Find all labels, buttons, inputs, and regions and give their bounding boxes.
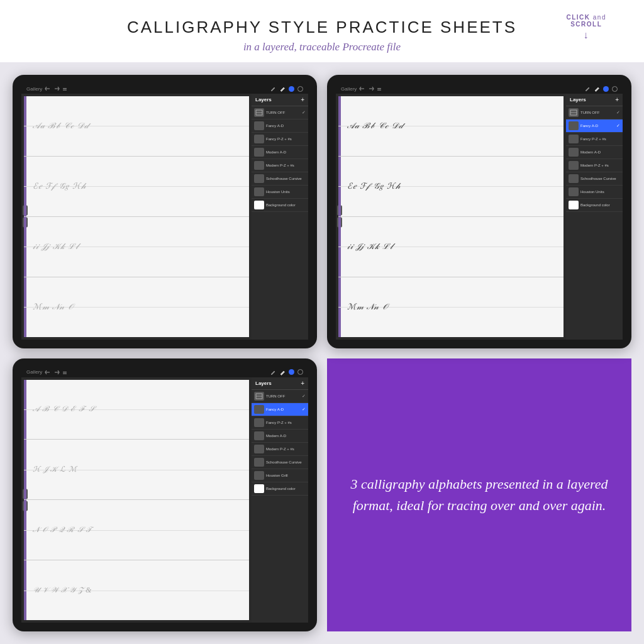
- layer-check-3-0: ✓: [302, 394, 306, 399]
- layer-item-1-0[interactable]: TURN OFF ✓: [252, 106, 308, 119]
- layer-thumb-2-5: [569, 174, 579, 183]
- purple-info-box: 3 calligraphy alphabets presented in a l…: [327, 358, 631, 632]
- layer-item-3-2[interactable]: Fancy P-Z + #s: [252, 416, 308, 430]
- layers-header-2: Layers +: [566, 94, 623, 106]
- color-outline-1: [297, 86, 303, 92]
- layer-item-2-0[interactable]: TURN OFF ✓: [566, 106, 623, 119]
- cursive-text-2-3: 𝒾𝒾 𝒥𝒿 𝒦𝓀 ℒ𝓁: [343, 242, 393, 252]
- layer-item-3-7[interactable]: Background color: [252, 482, 308, 496]
- settings-icon-1: [62, 86, 67, 91]
- layer-thumb-3-1: [254, 405, 264, 414]
- ipad-toolbar-3: Gallery: [21, 367, 308, 377]
- layer-item-2-6[interactable]: Houston Units: [566, 186, 623, 199]
- layer-thumb-1-0: [254, 108, 264, 117]
- layers-add-3[interactable]: +: [301, 380, 304, 387]
- color-swatch-1[interactable]: [289, 86, 294, 92]
- color-swatch-2[interactable]: [603, 86, 609, 92]
- cursive-text-2-1: 𝒜𝒶 ℬ𝒷 𝒞𝒸 𝒟𝒹: [343, 121, 404, 131]
- layer-label-3-7: Background color: [266, 487, 306, 491]
- color-swatch-3[interactable]: [289, 369, 294, 375]
- layer-item-1-5[interactable]: Schoolhouse Cursive: [252, 172, 308, 186]
- layer-item-2-7[interactable]: Background color: [566, 199, 623, 212]
- layer-thumb-1-2: [254, 135, 264, 143]
- layer-label-1-2: Fancy P-Z + #s: [266, 137, 306, 141]
- layer-thumb-2-2: [569, 135, 579, 143]
- cursive-text-1-2: ℰ𝑒 ℱ𝒻 𝒢𝑔 ℋ𝒽: [29, 181, 86, 191]
- practice-row-2-1: 𝒜𝒶 ℬ𝒷 𝒞𝒸 𝒟𝒹: [338, 96, 564, 157]
- layer-item-1-1[interactable]: Fancy A-D: [252, 119, 308, 133]
- toolbar-left-1: Gallery: [26, 86, 67, 92]
- layer-check-2-0: ✓: [616, 110, 620, 115]
- ipad-mockup-2: Gallery: [327, 75, 631, 348]
- ipad-mockup-1: Gallery: [13, 75, 317, 348]
- layer-thumb-2-7: [569, 201, 579, 209]
- practice-row-2-2: ℰ𝑒 ℱ𝒻 𝒢𝑔 ℋ𝒽: [338, 157, 564, 217]
- layer-item-2-2[interactable]: Fancy P-Z + #s: [566, 133, 623, 146]
- layer-thumb-2-0: [569, 108, 579, 117]
- layer-item-2-3[interactable]: Modern A-D: [566, 146, 623, 159]
- layer-thumb-1-3: [254, 148, 264, 157]
- layer-item-3-4[interactable]: Modern P-Z + #s: [252, 443, 308, 456]
- layer-item-1-2[interactable]: Fancy P-Z + #s: [252, 133, 308, 146]
- page-wrapper: CLICK and SCROLL ↓ CALLIGRAPHY STYLE PRA…: [0, 0, 644, 644]
- layer-item-3-1[interactable]: Fancy A-D ✓: [252, 403, 308, 416]
- layer-thumb-2-4: [569, 161, 579, 170]
- canvas-area-1: 𝒜𝒶 ℬ𝒷 𝒞𝒸 𝒟𝒹 ℰ𝑒 ℱ𝒻 𝒢𝑔 ℋ𝒽 𝒾𝒾 𝒥𝒿 𝒦𝓀 ℒ𝓁 ℳ𝓂 𝒩…: [21, 94, 252, 340]
- svg-rect-0: [63, 88, 67, 89]
- layer-label-1-0: TURN OFF: [266, 111, 300, 114]
- main-title: CALLIGRAPHY STYLE PRACTICE SHEETS: [13, 18, 631, 37]
- practice-row-3-3: 𝒩 𝒪 𝒫 𝒬 ℛ 𝒮 𝒯: [24, 500, 249, 560]
- layer-item-1-4[interactable]: Modern P-Z + #s: [252, 159, 308, 172]
- layer-label-1-5: Schoolhouse Cursive: [266, 177, 306, 180]
- layer-label-1-4: Modern P-Z + #s: [266, 164, 306, 167]
- canvas-inner-2: 𝒜𝒶 ℬ𝒷 𝒞𝒸 𝒟𝒹 ℰ𝑒 ℱ𝒻 𝒢𝑔 ℋ𝒽 𝒾𝒾 𝒥𝒿 𝒦𝓀 ℒ𝓁 ℳ𝓂 𝒩…: [338, 96, 564, 337]
- layer-thumb-1-5: [254, 174, 264, 183]
- gallery-label-3: Gallery: [26, 369, 42, 375]
- layers-title-3: Layers: [255, 380, 272, 386]
- toolbar-right-3: [270, 369, 303, 375]
- layer-item-2-1[interactable]: Fancy A-D ✓: [566, 119, 623, 133]
- layers-title-1: Layers: [255, 97, 272, 103]
- layer-item-2-4[interactable]: Modern P-Z + #s: [566, 159, 623, 172]
- layer-item-3-0[interactable]: TURN OFF ✓: [252, 390, 308, 403]
- pencil-icon-1: [270, 86, 276, 92]
- layer-item-1-7[interactable]: Background color: [252, 199, 308, 212]
- layer-item-3-5[interactable]: Schoolhouse Cursive: [252, 456, 308, 469]
- layer-item-3-3[interactable]: Modern A-D: [252, 430, 308, 443]
- layer-thumb-3-2: [254, 418, 264, 427]
- cursive-text-1-4: ℳ𝓂 𝒩𝓃 𝒪: [29, 302, 74, 312]
- layer-thumb-3-0: [254, 392, 264, 401]
- undo-icon-1: [45, 86, 51, 91]
- layers-add-1[interactable]: +: [301, 96, 304, 103]
- layers-panel-1: Layers + TURN OFF ✓ Fancy A-D: [252, 94, 308, 340]
- practice-row-1-4: ℳ𝓂 𝒩𝓃 𝒪: [24, 277, 249, 337]
- layer-label-2-7: Background color: [580, 203, 620, 207]
- purple-text: 3 calligraphy alphabets presented in a l…: [346, 474, 613, 516]
- cursive-text-1-3: 𝒾𝒾 𝒥𝒿 𝒦𝓀 ℒ𝓁: [29, 242, 79, 252]
- layer-thumb-1-4: [254, 161, 264, 170]
- layer-item-2-5[interactable]: Schoolhouse Cursive: [566, 172, 623, 186]
- layer-label-1-6: Houston Units: [266, 190, 306, 194]
- layer-item-3-6[interactable]: Houston Grill: [252, 469, 308, 482]
- undo-icon-2: [359, 86, 365, 91]
- layer-item-1-3[interactable]: Modern A-D: [252, 146, 308, 159]
- redo-icon-3: [53, 370, 60, 375]
- cursive-text-3-4: 𝒰 𝒱 𝒲 𝒳 𝒴 𝒵 &: [29, 586, 92, 595]
- layer-item-1-6[interactable]: Houston Units: [252, 186, 308, 199]
- svg-rect-5: [377, 90, 381, 91]
- layer-label-3-0: TURN OFF: [266, 394, 300, 398]
- subtitle: in a layered, traceable Procreate file: [13, 41, 631, 53]
- cursive-text-3-2: ℋ 𝒥 𝒦 ℒ ℳ: [29, 465, 77, 474]
- color-outline-2: [612, 86, 618, 92]
- cursive-text-2-4: ℳ𝓂 𝒩𝓃 𝒪: [343, 302, 388, 312]
- practice-row-1-2: ℰ𝑒 ℱ𝒻 𝒢𝑔 ℋ𝒽: [24, 157, 249, 217]
- layers-add-2[interactable]: +: [615, 96, 619, 103]
- layer-check-2-1: ✓: [616, 123, 620, 128]
- color-outline-3: [297, 369, 303, 375]
- brush-icon-2: [594, 86, 600, 92]
- undo-icon-3: [45, 370, 51, 375]
- layer-label-3-6: Houston Grill: [266, 474, 306, 477]
- toolbar-left-2: Gallery: [341, 86, 382, 92]
- settings-icon-2: [377, 86, 382, 91]
- practice-row-3-2: ℋ 𝒥 𝒦 ℒ ℳ: [24, 440, 249, 500]
